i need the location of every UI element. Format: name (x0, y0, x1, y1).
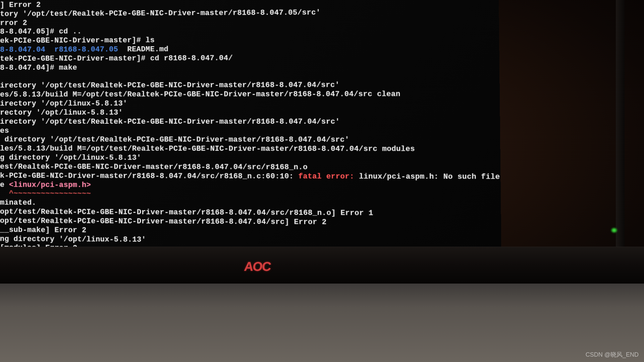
terminal-line: tek-PCIe-GBE-NIC-Driver-master]# cd r816… (0, 53, 499, 64)
terminal-text-segment: les/5.8.13/build M=/opt/test/Realtek-PCI… (0, 144, 415, 154)
terminal-line: rectory '/opt/linux-5.8.13' (0, 108, 500, 118)
terminal-text-segment: directory '/opt/test/Realtek-PCIe-GBE-NI… (0, 135, 350, 144)
terminal-text-segment: 8-8.047.05]# cd .. (0, 27, 82, 36)
terminal-line: 8-8.047.04]# make (0, 62, 499, 73)
terminal-text-segment: opt/test/Realtek-PCIe-GBE-NIC-Driver-mas… (0, 207, 373, 218)
desk-surface (0, 284, 644, 362)
terminal-text-segment: README.md (118, 45, 168, 54)
terminal-text-segment: ^~~~~~~~~~~~~~~~~~ (9, 190, 91, 198)
terminal-text-segment: irectory '/opt/linux-5.8.13' (0, 100, 127, 108)
monitor-bezel-right (616, 0, 625, 248)
terminal-text-segment (0, 73, 5, 81)
terminal-text-segment: <linux/pci-aspm.h> (9, 181, 91, 189)
terminal-text-segment: opt/test/Realtek-PCIe-GBE-NIC-Driver-mas… (0, 217, 327, 226)
monitor-bezel-bottom (0, 247, 644, 284)
terminal-text-segment (45, 46, 54, 54)
terminal-text-segment: rror 2 (0, 19, 27, 27)
terminal-text-segment: tory '/opt/test/Realtek-PCIe-GBE-NIC-Dri… (0, 8, 321, 18)
terminal-text-segment: 8-8.047.04 (0, 46, 45, 54)
terminal-text-segment: es (0, 127, 9, 135)
terminal-line: g directory '/opt/linux-5.8.13' (0, 154, 500, 163)
terminal-text-segment: tek-PCIe-GBE-NIC-Driver-master]# cd r816… (0, 54, 233, 63)
terminal-text-segment: est/Realtek-PCIe-GBE-NIC-Driver-master/r… (0, 163, 308, 172)
terminal-line: irectory '/opt/test/Realtek-PCIe-GBE-NIC… (0, 81, 500, 91)
terminal-line: est/Realtek-PCIe-GBE-NIC-Driver-master/r… (0, 163, 500, 173)
terminal-text-segment: 8-8.047.04]# make (0, 63, 77, 72)
terminal-text-segment: irectory '/opt/test/Realtek-PCIe-GBE-NIC… (0, 117, 340, 126)
watermark-text: CSDN @晓风_END (586, 351, 639, 359)
terminal-text-segment: minated. (0, 199, 36, 207)
terminal-text-segment: __sub-make] Error 2 (0, 226, 87, 234)
terminal-line: es (0, 127, 500, 136)
terminal-text-segment: g directory '/opt/linux-5.8.13' (0, 154, 141, 162)
terminal-text-segment: fatal error: (298, 172, 359, 181)
terminal-text-segment: irectory '/opt/test/Realtek-PCIe-GBE-NIC… (0, 81, 340, 90)
terminal-text-segment: linux/pci-aspm.h: No such file or direct… (359, 172, 501, 181)
terminal-text-segment (0, 190, 9, 198)
terminal-text-segment: ng directory '/opt/linux-5.8.13' (0, 235, 146, 244)
terminal-text-segment: ek-PCIe-GBE-NIC-Driver-master]# ls (0, 36, 155, 45)
power-led (611, 228, 617, 233)
terminal-screen[interactable]: ] Error 2tory '/opt/test/Realtek-PCIe-GB… (0, 0, 501, 251)
terminal-line: directory '/opt/test/Realtek-PCIe-GBE-NI… (0, 135, 500, 145)
terminal-line: ^~~~~~~~~~~~~~~~~~ (0, 190, 501, 200)
terminal-line: les/5.8.13/build M=/opt/test/Realtek-PCI… (0, 144, 500, 154)
terminal-line: k-PCIe-GBE-NIC-Driver-master/r8168-8.047… (0, 172, 501, 182)
terminal-text-segment: r8168-8.047.05 (54, 45, 118, 54)
terminal-line: irectory '/opt/test/Realtek-PCIe-GBE-NIC… (0, 117, 500, 126)
monitor-frame: ] Error 2tory '/opt/test/Realtek-PCIe-GB… (0, 0, 644, 362)
terminal-text-segment: ] Error 2 (0, 1, 41, 9)
terminal-line: irectory '/opt/linux-5.8.13' (0, 99, 500, 109)
terminal-line: es/5.8.13/build M=/opt/test/Realtek-PCIe… (0, 90, 500, 100)
terminal-text-segment: rectory '/opt/linux-5.8.13' (0, 109, 123, 117)
terminal-line (0, 72, 499, 82)
terminal-text-segment: es/5.8.13/build M=/opt/test/Realtek-PCIe… (0, 90, 400, 99)
terminal-output: ] Error 2tory '/opt/test/Realtek-PCIe-GB… (0, 0, 501, 251)
terminal-text-segment: k-PCIe-GBE-NIC-Driver-master/r8168-8.047… (0, 172, 298, 181)
monitor-brand-logo: AOC (244, 259, 271, 274)
terminal-text-segment: e (0, 181, 9, 189)
